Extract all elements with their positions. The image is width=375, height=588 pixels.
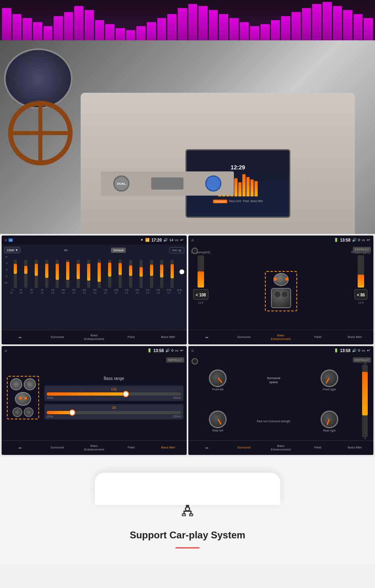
bassfilter-thumb2[interactable] — [69, 409, 75, 416]
tab-bass-enh-active[interactable]: BassEnhancement — [262, 334, 300, 341]
eq-col-12 — [126, 260, 135, 288]
tab-field-eq[interactable]: Field — [112, 336, 150, 339]
eq-track-15[interactable] — [160, 260, 163, 288]
eq-handle[interactable] — [179, 269, 184, 274]
bassfilter-content: DEFAULT — [2, 355, 187, 440]
eq-track-13[interactable] — [140, 260, 143, 288]
eq-track-4[interactable] — [45, 260, 48, 288]
bass-v-slider-left[interactable] — [198, 255, 204, 288]
front-right-knob[interactable] — [321, 369, 338, 387]
tab-bass-icon[interactable]: ▪▪ — [188, 335, 225, 340]
screenshots-grid: ⌂ in ✦ 📶 17:20 🔊 14 ▭ ↩ User ▾ All De — [0, 234, 375, 457]
all-label: All — [64, 248, 68, 252]
battery-icon-bass: 🔋 — [334, 238, 338, 242]
tab-eq-icon[interactable]: ▪▪ — [2, 335, 39, 340]
vol-num-bf: 0 — [171, 348, 173, 352]
screen-icon-bf: ▭ — [175, 348, 179, 352]
back-icon-surround: ↩ — [367, 348, 370, 352]
eq-track-14[interactable] — [150, 260, 153, 288]
eq-top-controls: User ▾ All Default Set up — [4, 247, 184, 253]
db-14: 2.0 — [153, 292, 163, 294]
tab-bass-enh-surround[interactable]: BassEnhancement — [262, 444, 300, 452]
surround-v-slider[interactable] — [362, 365, 368, 437]
vol-icon-bf: 🔊 — [165, 348, 170, 352]
eq-col-5 — [52, 260, 62, 288]
home-icon-eq: ⌂ — [5, 238, 7, 242]
eq-track-5[interactable] — [56, 260, 59, 288]
tab-bassfilter-eq[interactable]: Bass filter — [150, 336, 187, 339]
svg-rect-6 — [190, 514, 193, 516]
hu-bar-10 — [254, 181, 258, 196]
eq-col-6 — [63, 260, 72, 288]
eq-track-1[interactable] — [14, 260, 17, 288]
bassfilter-track2[interactable] — [47, 411, 181, 414]
freq-30: 30 — [16, 289, 26, 291]
rear-left-knob[interactable] — [209, 411, 227, 428]
surround-toggle[interactable] — [192, 358, 198, 365]
eq-fill-7 — [77, 264, 80, 279]
bass-v-slider-right[interactable] — [358, 255, 364, 288]
eq-track-11[interactable] — [119, 260, 122, 288]
bassfilter-thumb1[interactable] — [123, 391, 129, 397]
eq-fill-3 — [35, 264, 38, 276]
tab-field-label-bass: Field — [315, 336, 321, 339]
tab-surround-active[interactable]: Surround — [225, 446, 262, 450]
equalizer-icon-bf: ▪▪ — [19, 446, 21, 450]
tab-field-bass[interactable]: Field — [299, 336, 336, 339]
freq-50: 50 — [27, 289, 36, 291]
db-3: 2.0 — [37, 292, 47, 294]
eq-track-12[interactable] — [129, 260, 132, 288]
default-button[interactable]: Default — [111, 248, 126, 253]
eq-fill-4 — [45, 264, 48, 278]
eq-status-bar: ⌂ in ✦ 📶 17:20 🔊 14 ▭ ↩ — [2, 236, 187, 244]
tab-surround-bf[interactable]: Surround — [39, 446, 76, 450]
tab-bassfilter-surround[interactable]: Bass filter — [336, 446, 373, 450]
tab-bass-enh-eq[interactable]: BassEnhancement — [76, 334, 113, 341]
tab-bassfilter-active[interactable]: Bass filter — [150, 446, 187, 450]
back-icon-bass: ↩ — [367, 238, 370, 242]
tab-bass-enh-bf[interactable]: BassEnhancement — [76, 444, 113, 452]
eq-scale: 12 6 0 -6 -12 — [4, 256, 8, 284]
eq-track-2[interactable] — [24, 260, 27, 288]
eq-col-10 — [105, 260, 114, 288]
eq-col-4 — [42, 260, 52, 288]
eq-col-2 — [21, 260, 31, 288]
user-label: User — [7, 248, 15, 252]
tab-surround-eq[interactable]: Surround — [39, 336, 76, 339]
bassfilter-track1[interactable] — [47, 392, 181, 396]
tab-field-surround[interactable]: Field — [299, 446, 336, 450]
eq-track-3[interactable] — [35, 260, 38, 288]
rear-right-label: Rear right — [323, 429, 335, 432]
eq-track-8[interactable] — [87, 260, 90, 288]
bassfilter-fill2 — [47, 411, 74, 414]
eq-track-7[interactable] — [77, 260, 80, 288]
rear-left-cell: Rear left — [191, 411, 245, 432]
bass-toggle[interactable] — [192, 248, 198, 254]
front-left-indicator — [217, 377, 223, 383]
tab-bassfilter-label-eq: Bass filter — [161, 336, 175, 339]
eq-track-6[interactable] — [66, 260, 69, 288]
rear-right-knob[interactable] — [321, 411, 338, 428]
tab-surround-bass[interactable]: Surround — [225, 336, 262, 339]
vol-icon-eq: 🔊 — [163, 238, 168, 242]
scale-6: 6 — [4, 262, 8, 265]
eq-track-16[interactable] — [171, 260, 174, 288]
eq-col-3 — [32, 260, 41, 288]
home-icon-bf: ⌂ — [5, 348, 7, 352]
tab-surround-label-bass: Surround — [237, 336, 250, 339]
support-title: Support Car-play System — [130, 530, 246, 541]
rear-horn-label: Rear horn Surround strength — [257, 420, 290, 423]
tab-field-bf[interactable]: Field — [112, 446, 150, 450]
tab-surround-icon[interactable]: ▪▪ — [188, 446, 225, 450]
eq-track-10[interactable] — [108, 260, 111, 288]
eq-fill-9 — [98, 263, 101, 282]
front-left-knob[interactable] — [209, 369, 227, 387]
eq-track-9[interactable] — [98, 260, 101, 288]
tab-bassfilter-bass[interactable]: Bass filter — [336, 336, 373, 339]
tab-bf-icon[interactable]: ▪▪ — [2, 446, 39, 450]
db-7: 2.0 — [79, 292, 89, 294]
bassfilter-value1: 101 — [47, 387, 181, 391]
back-icon-eq: ↩ — [180, 238, 183, 242]
setup-button[interactable]: Set up — [169, 247, 184, 253]
user-select[interactable]: User ▾ — [4, 247, 21, 253]
